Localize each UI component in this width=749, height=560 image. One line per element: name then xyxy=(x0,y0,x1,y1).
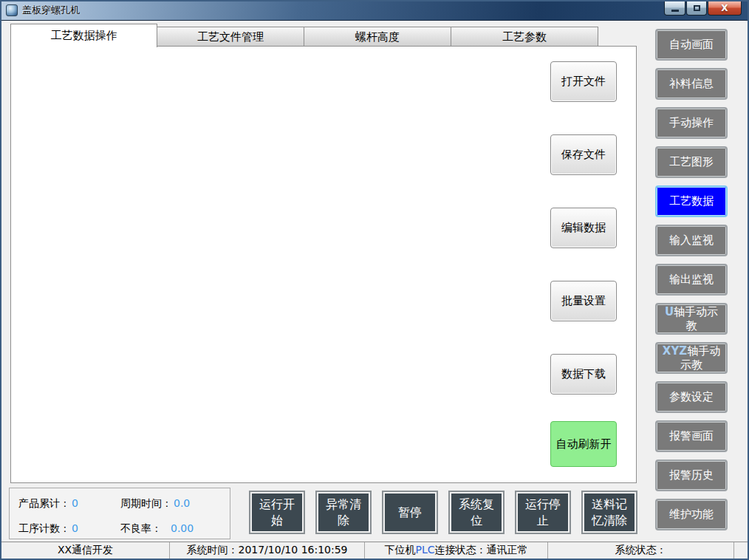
tab-screw-height[interactable]: 螺杆高度 xyxy=(304,27,451,47)
nav-button-process-graphic[interactable]: 工艺图形 xyxy=(655,146,728,178)
tab-process-data-operation[interactable]: 工艺数据操作 xyxy=(10,24,157,47)
nav-button-process-data[interactable]: 工艺数据 xyxy=(655,185,728,217)
maximize-icon xyxy=(694,5,700,11)
nav-label: 补料信息 xyxy=(669,77,714,91)
nav-button-refill-info[interactable]: 补料信息 xyxy=(655,68,728,100)
open-file-button[interactable]: 打开文件 xyxy=(550,61,617,102)
nav-label: 轴手动示 教 xyxy=(674,305,718,332)
nav-button-input-monitor[interactable]: 输入监视 xyxy=(655,225,728,256)
nav-label: 输入监视 xyxy=(669,233,714,247)
feed-memory-clear-button[interactable]: 送料记 忆清除 xyxy=(581,491,637,534)
batch-set-button[interactable]: 批量设置 xyxy=(550,281,617,321)
nav-label: 输出监视 xyxy=(669,273,714,287)
defect-rate-counter: 不良率：0.00 xyxy=(120,522,230,539)
nav-button-auto-screen[interactable]: 自动画面 xyxy=(655,29,728,61)
cycle-time-counter: 周期时间：0.0 xyxy=(120,497,230,513)
tab-process-parameters[interactable]: 工艺参数 xyxy=(451,27,598,47)
nav-button-manual-operation[interactable]: 手动操作 xyxy=(655,107,728,139)
nav-label: 报警历史 xyxy=(669,468,714,482)
run-start-button[interactable]: 运行开 始 xyxy=(249,491,305,534)
nav-button-output-monitor[interactable]: 输出监视 xyxy=(655,264,728,296)
nav-button-u-axis-teach[interactable]: U轴手动示 教 xyxy=(655,303,728,335)
product-total-counter: 产品累计：0 xyxy=(18,497,120,513)
nav-button-xyz-axis-teach[interactable]: XYZ轴手动 示教 xyxy=(655,342,728,374)
tab-strip: 工艺数据操作 工艺文件管理 螺杆高度 工艺参数 xyxy=(10,27,598,47)
status-spacer xyxy=(734,542,748,559)
app-window: 盖板穿螺孔机 X 工艺数据操作 工艺文件管理 螺杆高度 工艺参数 NoXY检测高… xyxy=(0,0,749,560)
close-icon: X xyxy=(721,3,728,13)
xyz-axis-prefix: XYZ xyxy=(663,344,687,358)
data-download-button[interactable]: 数据下载 xyxy=(550,354,617,395)
nav-label: 轴手动 示教 xyxy=(680,344,720,372)
process-count-counter: 工序计数：0 xyxy=(18,522,120,539)
nav-button-parameter-setting[interactable]: 参数设定 xyxy=(655,381,728,413)
error-clear-button[interactable]: 异常清 除 xyxy=(315,491,372,534)
pause-button[interactable]: 暂停 xyxy=(382,491,438,534)
auto-refresh-button[interactable]: 自动刷新开 xyxy=(550,421,617,467)
nav-label: 自动画面 xyxy=(669,38,714,52)
status-system-state: 系统状态： xyxy=(548,542,734,559)
nav-label: 工艺图形 xyxy=(669,155,714,169)
app-icon xyxy=(6,4,18,16)
tab-page xyxy=(10,46,637,483)
save-file-button[interactable]: 保存文件 xyxy=(550,134,617,175)
nav-label: 手动操作 xyxy=(669,116,714,130)
nav-button-alarm-history[interactable]: 报警历史 xyxy=(655,460,728,491)
nav-button-maintenance[interactable]: 维护功能 xyxy=(655,499,728,530)
title-bar: 盖板穿螺孔机 X xyxy=(1,1,748,21)
nav-label: 参数设定 xyxy=(669,390,714,404)
status-plc-connection: 下位机PLC连接状态：通讯正常 xyxy=(365,542,548,559)
tab-process-file-management[interactable]: 工艺文件管理 xyxy=(157,27,304,47)
nav-button-alarm-screen[interactable]: 报警画面 xyxy=(655,420,728,452)
close-button[interactable]: X xyxy=(708,1,742,16)
status-system-time: 系统时间：2017/10/10 16:10:59 xyxy=(170,542,365,559)
window-title: 盖板穿螺孔机 xyxy=(22,4,80,17)
status-bar: XX通信开发 系统时间：2017/10/10 16:10:59 下位机PLC连接… xyxy=(1,542,748,559)
production-counters-panel: 产品累计：0 周期时间：0.0 工序计数：0 不良率：0.00 xyxy=(9,488,230,539)
maximize-button[interactable] xyxy=(686,1,707,16)
nav-label: 维护功能 xyxy=(669,508,714,522)
minimize-button[interactable] xyxy=(664,1,685,16)
nav-label: 报警画面 xyxy=(669,429,714,443)
nav-label: 工艺数据 xyxy=(669,194,714,208)
run-stop-button[interactable]: 运行停 止 xyxy=(515,491,571,534)
minimize-icon xyxy=(671,10,679,12)
system-reset-button[interactable]: 系统复 位 xyxy=(448,491,505,534)
edit-data-button[interactable]: 编辑数据 xyxy=(550,208,617,248)
u-axis-prefix: U xyxy=(665,305,674,318)
status-dev-name: XX通信开发 xyxy=(1,542,170,559)
